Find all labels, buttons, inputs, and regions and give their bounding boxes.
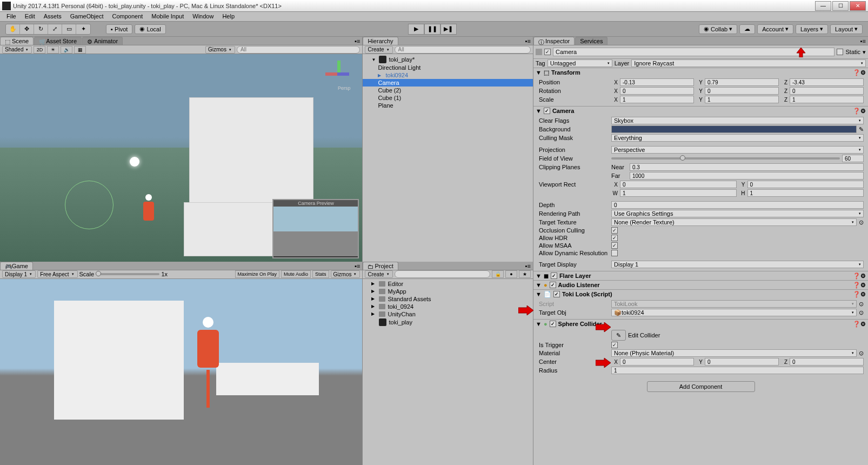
tab-services[interactable]: Services bbox=[575, 37, 607, 45]
culling-mask-dropdown[interactable]: Everything bbox=[611, 134, 864, 142]
center-x-field[interactable] bbox=[620, 358, 694, 366]
shading-mode-dropdown[interactable]: Shaded bbox=[2, 46, 32, 54]
tab-hierarchy[interactable]: Hierarchy bbox=[363, 37, 398, 45]
radius-field[interactable] bbox=[611, 367, 864, 374]
vp-y-field[interactable] bbox=[747, 181, 864, 188]
msaa-checkbox[interactable]: ✓ bbox=[611, 242, 618, 249]
component-menu-icon[interactable]: ❓⚙ bbox=[853, 273, 866, 280]
hierarchy-item[interactable]: Plane bbox=[363, 102, 533, 109]
object-picker-icon[interactable]: ⊙ bbox=[859, 309, 864, 316]
account-dropdown[interactable]: Account▾ bbox=[757, 24, 793, 34]
active-checkbox[interactable]: ✓ bbox=[544, 49, 551, 55]
hdr-checkbox[interactable]: ✓ bbox=[611, 235, 618, 241]
target-display-dropdown[interactable]: Display 1 bbox=[611, 261, 864, 268]
fx-toggle[interactable]: ▦ bbox=[74, 46, 86, 54]
maximize-toggle[interactable]: Maximize On Play bbox=[235, 270, 280, 278]
target-obj-field[interactable]: 📦toki0924 bbox=[611, 309, 857, 316]
panel-menu-icon[interactable]: ▪≡ bbox=[858, 37, 868, 45]
pos-y-field[interactable] bbox=[705, 78, 779, 86]
play-button[interactable]: ▶ bbox=[408, 24, 424, 35]
pos-x-field[interactable] bbox=[620, 78, 694, 86]
hand-tool[interactable]: ✋ bbox=[6, 24, 20, 34]
lighting-toggle[interactable]: ☀ bbox=[47, 46, 59, 54]
physic-material-field[interactable]: None (Physic Material) bbox=[611, 349, 857, 357]
game-gizmos-dropdown[interactable]: Gizmos bbox=[331, 270, 360, 278]
depth-field[interactable] bbox=[611, 201, 864, 209]
vp-x-field[interactable] bbox=[620, 181, 737, 188]
vp-w-field[interactable] bbox=[620, 189, 737, 197]
close-button[interactable]: ✕ bbox=[850, 1, 866, 11]
hierarchy-create-dropdown[interactable]: Create bbox=[365, 46, 392, 54]
add-component-button[interactable]: Add Component bbox=[647, 381, 755, 392]
panel-menu-icon[interactable]: ▪≡ bbox=[352, 262, 362, 270]
component-menu-icon[interactable]: ❓⚙ bbox=[853, 69, 866, 76]
center-z-field[interactable] bbox=[790, 358, 864, 366]
minimize-button[interactable]: — bbox=[815, 1, 831, 11]
layout-dropdown[interactable]: Layout▾ bbox=[830, 24, 863, 34]
local-toggle[interactable]: ◉Local bbox=[135, 24, 165, 34]
step-button[interactable]: ▶❚ bbox=[440, 24, 457, 35]
tab-animator[interactable]: ⚙Animator bbox=[82, 37, 123, 45]
project-folder[interactable]: ▶toki_0924 bbox=[363, 303, 533, 310]
collider-enabled-checkbox[interactable]: ✓ bbox=[550, 321, 556, 327]
hierarchy-item-selected[interactable]: Camera bbox=[363, 79, 533, 87]
scale-tool[interactable]: ⤢ bbox=[48, 24, 62, 34]
maximize-button[interactable]: ☐ bbox=[832, 1, 849, 11]
project-folder[interactable]: ▶UnityChan bbox=[363, 310, 533, 318]
edit-collider-button[interactable]: ✎ bbox=[611, 330, 626, 341]
static-checkbox[interactable] bbox=[837, 49, 843, 55]
project-folder[interactable]: ▶MyApp bbox=[363, 288, 533, 295]
menu-edit[interactable]: Edit bbox=[21, 12, 39, 21]
rotate-tool[interactable]: ↻ bbox=[34, 24, 48, 34]
mute-toggle[interactable]: Mute Audio bbox=[281, 270, 311, 278]
panel-menu-icon[interactable]: ▪≡ bbox=[352, 37, 362, 45]
fov-slider[interactable] bbox=[611, 157, 840, 160]
object-picker-icon[interactable]: ⊙ bbox=[859, 301, 864, 308]
project-folder[interactable]: ▶Editor bbox=[363, 280, 533, 288]
component-menu-icon[interactable]: ❓⚙ bbox=[853, 108, 866, 115]
hierarchy-search[interactable] bbox=[395, 46, 531, 54]
camera-gizmo[interactable] bbox=[65, 181, 113, 229]
project-folder[interactable]: ▶Standard Assets bbox=[363, 295, 533, 303]
layer-dropdown[interactable]: Ignore Raycast bbox=[631, 59, 866, 67]
pause-button[interactable]: ❚❚ bbox=[424, 24, 440, 35]
scale-slider[interactable] bbox=[96, 273, 159, 275]
stats-toggle[interactable]: Stats bbox=[312, 270, 329, 278]
display-dropdown[interactable]: Display 1 bbox=[2, 270, 36, 278]
rot-y-field[interactable] bbox=[705, 87, 779, 95]
menu-help[interactable]: Help bbox=[218, 12, 239, 21]
eyedropper-icon[interactable]: ✎ bbox=[859, 126, 864, 133]
is-trigger-checkbox[interactable]: ✓ bbox=[611, 342, 618, 348]
menu-gameobject[interactable]: GameObject bbox=[66, 12, 108, 21]
panel-menu-icon[interactable]: ▪≡ bbox=[523, 262, 533, 270]
hierarchy-scene-root[interactable]: ▼ toki_play* bbox=[363, 55, 533, 64]
rot-z-field[interactable] bbox=[790, 87, 864, 95]
projection-dropdown[interactable]: Perspective bbox=[611, 146, 864, 154]
render-path-dropdown[interactable]: Use Graphics Settings bbox=[611, 210, 864, 217]
transform-tool[interactable]: ✦ bbox=[76, 24, 90, 34]
menu-file[interactable]: File bbox=[2, 12, 21, 21]
menu-mobile-input[interactable]: Mobile Input bbox=[147, 12, 188, 21]
hierarchy-item[interactable]: Cube (2) bbox=[363, 87, 533, 94]
layers-dropdown[interactable]: Layers▾ bbox=[796, 24, 828, 34]
tab-scene[interactable]: ⬚Scene bbox=[0, 37, 34, 45]
camera-enabled-checkbox[interactable]: ✓ bbox=[544, 108, 550, 114]
menu-component[interactable]: Component bbox=[108, 12, 147, 21]
component-menu-icon[interactable]: ❓⚙ bbox=[853, 321, 866, 328]
scl-z-field[interactable] bbox=[790, 96, 864, 103]
gizmos-dropdown[interactable]: Gizmos bbox=[205, 46, 235, 54]
orientation-gizmo[interactable] bbox=[325, 61, 352, 88]
scl-x-field[interactable] bbox=[620, 96, 694, 103]
vp-h-field[interactable] bbox=[747, 189, 864, 197]
occlusion-checkbox[interactable]: ✓ bbox=[611, 227, 618, 234]
object-picker-icon[interactable]: ⊙ bbox=[859, 350, 864, 357]
rot-x-field[interactable] bbox=[620, 87, 694, 95]
fov-field[interactable] bbox=[842, 155, 864, 162]
dynres-checkbox[interactable] bbox=[611, 250, 618, 256]
tab-asset-store[interactable]: 🛒Asset Store bbox=[34, 37, 82, 45]
tab-game[interactable]: 🎮Game bbox=[0, 262, 33, 270]
scene-search[interactable] bbox=[237, 46, 360, 54]
far-field[interactable] bbox=[630, 172, 864, 180]
menu-assets[interactable]: Assets bbox=[39, 12, 66, 21]
object-name-field[interactable] bbox=[553, 48, 834, 56]
